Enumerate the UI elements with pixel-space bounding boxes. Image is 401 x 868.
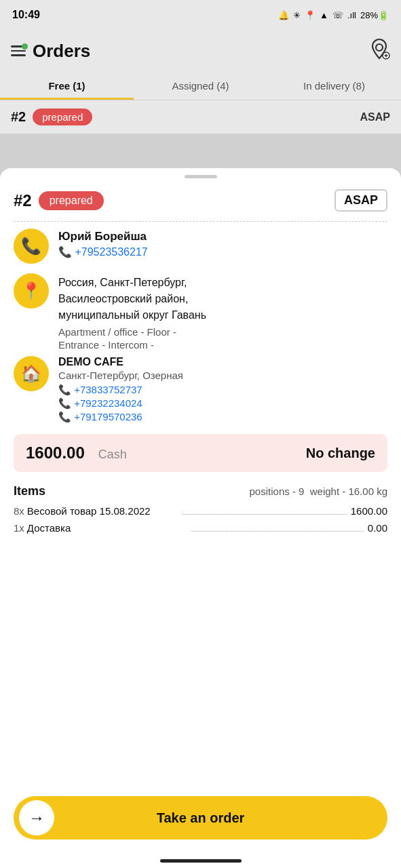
tab-assigned[interactable]: Assigned (4) [134, 72, 267, 100]
sheet-handle [185, 175, 217, 178]
cafe-address: Санкт-Петербург, Озерная [58, 370, 183, 381]
item-dots-2 [191, 531, 364, 532]
item-price-2: 0.00 [368, 522, 387, 534]
item-qty-1: 8х [14, 505, 24, 517]
item-row: 1х Доставка 0.00 [14, 522, 387, 534]
cafe-phone-2[interactable]: 📞 +79232234024 [58, 397, 183, 410]
header-left: Orders [11, 41, 90, 62]
bg-order-left: #2 prepared [11, 108, 92, 125]
bg-order-badge: prepared [33, 108, 92, 125]
bg-order-number: #2 [11, 109, 26, 125]
online-dot [22, 43, 28, 50]
order-asap-badge: ASAP [335, 189, 387, 212]
cafe-row: 🏠 DEMO CAFE Санкт-Петербург, Озерная 📞 +… [14, 356, 387, 425]
map-pin-icon: 📍 [21, 281, 41, 300]
item-name-2: Доставка [27, 522, 71, 534]
arrow-icon: → [19, 800, 54, 835]
menu-button[interactable] [11, 45, 26, 56]
status-bar: 10:49 🔔 ✳ 📍 ▲ ☏ .ıll 28%🔋 [0, 0, 401, 30]
items-title: Items [14, 484, 45, 498]
cafe-name: DEMO CAFE [58, 356, 183, 368]
address-icon-circle: 📍 [14, 273, 49, 309]
cafe-phone-3[interactable]: 📞 +79179570236 [58, 411, 183, 423]
svg-point-0 [376, 44, 383, 51]
customer-phone[interactable]: 📞 +79523536217 [58, 245, 148, 258]
page-title: Orders [33, 41, 90, 62]
order-header-left: #2 prepared [14, 191, 104, 210]
bluetooth-icon: ✳ [293, 10, 301, 20]
address-entrance: Entrance - Intercom - [58, 339, 206, 351]
signal-icon: .ıll [347, 10, 356, 20]
items-meta: positions - 9 weight - 16.00 kg [250, 486, 387, 497]
order-status-badge: prepared [39, 191, 104, 210]
location-icon[interactable] [368, 38, 390, 64]
item-dots-1 [182, 514, 346, 515]
cafe-info: DEMO CAFE Санкт-Петербург, Озерная 📞 +73… [58, 356, 183, 425]
item-row: 8х Весовой товар 15.08.2022 1600.00 [14, 505, 387, 517]
phone-icon-circle[interactable]: 📞 [14, 229, 49, 264]
contact-info: Юрий Борейша 📞 +79523536217 [58, 229, 148, 258]
divider-1 [14, 221, 387, 222]
location-pin-icon: 📍 [305, 10, 316, 20]
take-order-label: Take an order [54, 810, 383, 826]
payment-change: No change [306, 446, 375, 461]
status-icons: 🔔 ✳ 📍 ▲ ☏ .ıll 28%🔋 [278, 10, 389, 20]
tab-free[interactable]: Free (1) [0, 72, 134, 100]
order-number: #2 [14, 191, 32, 210]
address-apt: Apartment / office - Floor - [58, 326, 206, 338]
take-order-button[interactable]: → Take an order [14, 796, 387, 840]
payment-method: Cash [98, 448, 127, 462]
address-main: Россия, Санкт-Петербург, Василеостровски… [58, 275, 206, 323]
order-detail-sheet: #2 prepared ASAP 📞 Юрий Борейша 📞 +79523… [0, 168, 401, 868]
item-price-1: 1600.00 [351, 505, 387, 517]
customer-name: Юрий Борейша [58, 230, 148, 243]
phone-icon: 📞 [21, 237, 41, 256]
battery-icon: 28%🔋 [360, 10, 389, 20]
home-icon: 🏠 [21, 364, 41, 383]
status-time: 10:49 [12, 9, 40, 21]
cafe-icon-circle: 🏠 [14, 356, 49, 391]
home-indicator [160, 859, 242, 863]
app-header: Orders [0, 30, 401, 72]
order-header: #2 prepared ASAP [14, 189, 387, 212]
items-list: 8х Весовой товар 15.08.2022 1600.00 1х Д… [14, 505, 387, 534]
item-name-1: Весовой товар 15.08.2022 [27, 505, 151, 517]
background-order-card: #2 prepared ASAP [0, 100, 401, 134]
wifi-icon: ▲ [320, 10, 328, 20]
item-qty-2: 1х [14, 522, 24, 534]
payment-amount: 1600.00 [26, 443, 85, 462]
payment-row: 1600.00 Cash No change [14, 434, 387, 472]
tab-in-delivery[interactable]: In delivery (8) [267, 72, 401, 100]
contact-row: 📞 Юрий Борейша 📞 +79523536217 [14, 229, 387, 264]
sheet-content: #2 prepared ASAP 📞 Юрий Борейша 📞 +79523… [0, 184, 401, 785]
cafe-phone-1[interactable]: 📞 +73833752737 [58, 384, 183, 396]
bottom-action-bar: → Take an order [0, 785, 401, 853]
address-info: Россия, Санкт-Петербург, Василеостровски… [58, 273, 206, 352]
items-header: Items positions - 9 weight - 16.00 kg [14, 484, 387, 498]
bg-order-asap: ASAP [360, 111, 390, 123]
alarm-icon: 🔔 [278, 10, 289, 20]
address-row: 📍 Россия, Санкт-Петербург, Василеостровс… [14, 273, 387, 352]
call-icon: ☏ [332, 10, 343, 20]
tabs-bar: Free (1) Assigned (4) In delivery (8) [0, 72, 401, 100]
bottom-indicator [0, 853, 401, 868]
